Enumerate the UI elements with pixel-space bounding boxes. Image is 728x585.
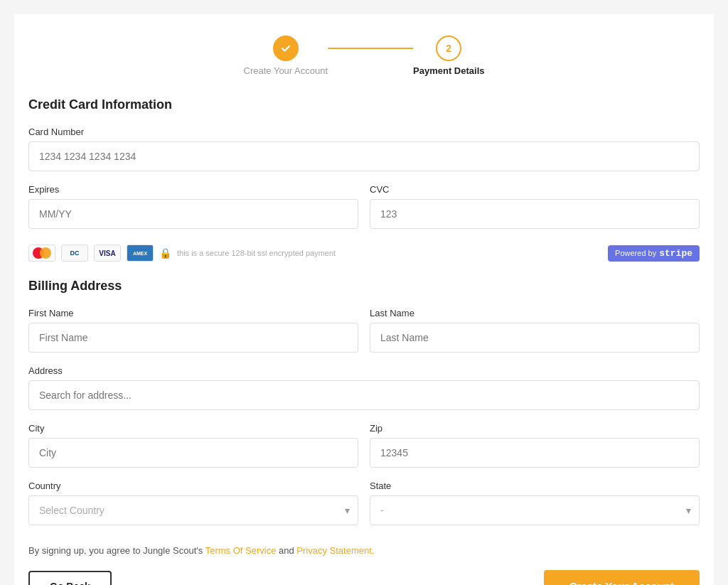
step-connector: [328, 48, 413, 49]
city-label: City: [28, 423, 358, 434]
step-2-label: Payment Details: [413, 65, 484, 76]
privacy-statement-link[interactable]: Privacy Statement.: [296, 545, 374, 556]
state-select[interactable]: -: [370, 495, 700, 525]
zip-input[interactable]: [370, 438, 700, 468]
expires-input[interactable]: [28, 199, 358, 229]
mastercard-icon: [28, 245, 55, 262]
amex-icon: AMEX: [127, 245, 154, 262]
terms-of-service-link[interactable]: Terms Of Service: [205, 545, 277, 556]
country-select-wrapper: Select Country: [28, 495, 358, 525]
name-row: First Name Last Name: [28, 308, 700, 365]
payment-icons-row: DC VISA AMEX 🔒 this is a secure 128-bit …: [28, 245, 700, 262]
billing-section-title: Billing Address: [28, 279, 700, 294]
country-label: Country: [28, 481, 358, 491]
address-label: Address: [28, 365, 700, 376]
city-zip-row: City Zip: [28, 423, 700, 481]
stepper: Create Your Account 2 Payment Details: [28, 36, 700, 76]
step-2-circle: 2: [436, 36, 461, 61]
address-group: Address: [28, 365, 700, 410]
stripe-badge: Powered by stripe: [608, 245, 700, 262]
zip-label: Zip: [370, 423, 700, 434]
page-container: Create Your Account 2 Payment Details Cr…: [14, 14, 714, 585]
last-name-input[interactable]: [370, 323, 700, 353]
terms-text: By signing up, you agree to Jungle Scout…: [28, 545, 700, 556]
country-select[interactable]: Select Country: [28, 495, 358, 525]
state-label: State: [370, 481, 700, 491]
stripe-name: stripe: [659, 248, 692, 259]
card-number-group: Card Number: [28, 127, 700, 171]
card-number-input[interactable]: [28, 141, 700, 171]
expires-group: Expires: [28, 184, 358, 229]
back-button[interactable]: Go Back: [28, 571, 112, 586]
step-2: 2 Payment Details: [413, 36, 484, 76]
state-group: State -: [370, 481, 700, 525]
stripe-powered-text: Powered by: [615, 249, 656, 257]
visa-icon: VISA: [94, 245, 121, 262]
step-1-circle: [273, 36, 299, 61]
step-1: Create Your Account: [244, 36, 328, 76]
city-group: City: [28, 423, 358, 468]
secure-text: this is a secure 128-bit ssl encrypted p…: [177, 249, 336, 257]
cvc-label: CVC: [370, 184, 700, 195]
state-select-wrapper: -: [370, 495, 700, 525]
zip-group: Zip: [370, 423, 700, 468]
first-name-input[interactable]: [28, 323, 358, 353]
last-name-group: Last Name: [370, 308, 700, 353]
city-input[interactable]: [28, 438, 358, 468]
cvc-group: CVC: [370, 184, 700, 229]
address-input[interactable]: [28, 380, 700, 410]
country-group: Country Select Country: [28, 481, 358, 525]
first-name-group: First Name: [28, 308, 358, 353]
country-state-row: Country Select Country State -: [28, 481, 700, 538]
footer-buttons: Go Back Create Your Account: [28, 570, 700, 585]
diners-icon: DC: [61, 245, 88, 262]
step-1-label: Create Your Account: [244, 65, 328, 76]
expires-label: Expires: [28, 184, 358, 195]
card-number-label: Card Number: [28, 127, 700, 137]
last-name-label: Last Name: [370, 308, 700, 318]
lock-icon: 🔒: [159, 247, 171, 259]
cvc-input[interactable]: [370, 199, 700, 229]
create-account-button[interactable]: Create Your Account: [544, 570, 700, 585]
credit-card-section-title: Credit Card Information: [28, 97, 700, 112]
expires-cvc-row: Expires CVC: [28, 184, 700, 242]
first-name-label: First Name: [28, 308, 358, 318]
